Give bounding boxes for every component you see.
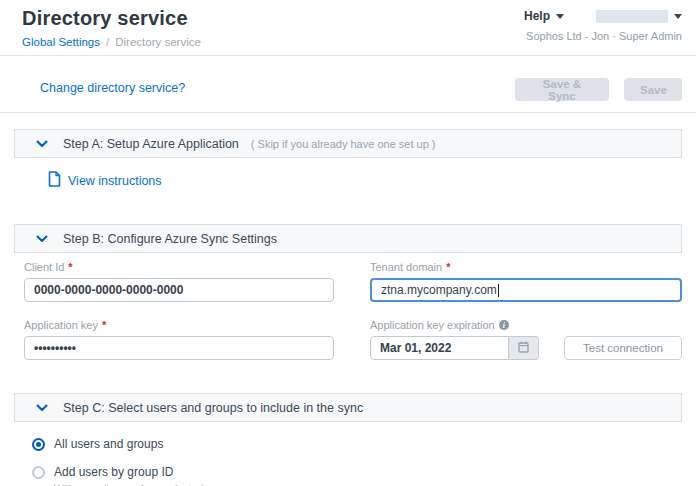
- user-menu[interactable]: [596, 10, 668, 23]
- text-cursor: [498, 284, 499, 297]
- tenant-domain-label: Tenant domain*: [370, 261, 682, 273]
- help-caret-down-icon[interactable]: [556, 14, 564, 19]
- expiration-field-group: Application key expiration i Mar 01, 202…: [370, 319, 682, 360]
- radio-unselected-icon[interactable]: [32, 466, 45, 479]
- application-key-input[interactable]: ••••••••••: [24, 336, 334, 360]
- page-title: Directory service: [22, 7, 188, 30]
- breadcrumb-current: Directory service: [115, 36, 201, 48]
- expiration-label: Application key expiration i: [370, 319, 682, 331]
- breadcrumb-global-settings[interactable]: Global Settings: [22, 36, 100, 48]
- info-icon: i: [499, 320, 509, 330]
- header-right: Help Sophos Ltd - Jon · Super Admin: [524, 8, 682, 42]
- account-info: Sophos Ltd - Jon · Super Admin: [524, 30, 682, 42]
- tenant-domain-input[interactable]: ztna.mycompany.com: [370, 278, 682, 302]
- step-b-title: Step B: Configure Azure Sync Settings: [63, 232, 277, 246]
- required-asterisk: *: [446, 261, 450, 273]
- toolbar: Change directory service? Save & Sync Sa…: [0, 56, 696, 113]
- view-instructions-label: View instructions: [68, 174, 162, 188]
- radio-option-label: All users and groups: [54, 437, 163, 451]
- step-a-note: ( Skip if you already have one set up ): [251, 138, 436, 150]
- step-c-header[interactable]: Step C: Select users and groups to inclu…: [14, 393, 682, 422]
- application-key-field-group: Application key* ••••••••••: [24, 319, 334, 360]
- step-a-title: Step A: Setup Azure Application: [63, 137, 239, 151]
- save-button[interactable]: Save: [624, 78, 682, 101]
- expiration-date-input[interactable]: Mar 01, 2022: [370, 336, 509, 360]
- view-instructions-link[interactable]: View instructions: [48, 171, 162, 190]
- radio-selected-icon[interactable]: [32, 438, 45, 451]
- breadcrumb-separator: /: [106, 36, 109, 48]
- calendar-icon: [518, 339, 529, 357]
- document-icon: [48, 171, 61, 190]
- client-id-label: Client Id*: [24, 261, 334, 273]
- client-id-field-group: Client Id* 0000-0000-0000-0000-0000: [24, 261, 334, 302]
- user-caret-down-icon[interactable]: [674, 14, 682, 19]
- change-directory-service-link[interactable]: Change directory service?: [40, 81, 185, 95]
- step-b-header[interactable]: Step B: Configure Azure Sync Settings: [14, 224, 682, 253]
- radio-option-add-by-group[interactable]: Add users by group ID Will sync all user…: [32, 465, 682, 486]
- chevron-down-icon[interactable]: [36, 140, 48, 148]
- radio-option-label: Add users by group ID: [54, 465, 238, 479]
- chevron-down-icon[interactable]: [36, 235, 48, 243]
- chevron-down-icon[interactable]: [36, 404, 48, 412]
- test-connection-button[interactable]: Test connection: [564, 336, 682, 360]
- radio-option-all-users[interactable]: All users and groups: [32, 437, 682, 451]
- client-id-input[interactable]: 0000-0000-0000-0000-0000: [24, 278, 334, 302]
- step-c-title: Step C: Select users and groups to inclu…: [63, 401, 363, 415]
- required-asterisk: *: [102, 319, 106, 331]
- tenant-domain-field-group: Tenant domain* ztna.mycompany.com: [370, 261, 682, 302]
- required-asterisk: *: [68, 261, 72, 273]
- calendar-button[interactable]: [509, 336, 539, 360]
- help-menu[interactable]: Help: [524, 9, 550, 23]
- page-header: Directory service Global Settings/Direct…: [0, 0, 696, 56]
- sync-scope-radio-group: All users and groups Add users by group …: [32, 437, 682, 486]
- application-key-label: Application key*: [24, 319, 334, 331]
- save-and-sync-button[interactable]: Save & Sync: [515, 78, 609, 101]
- step-a-header[interactable]: Step A: Setup Azure Application ( Skip i…: [14, 129, 682, 158]
- breadcrumb: Global Settings/Directory service: [22, 36, 201, 48]
